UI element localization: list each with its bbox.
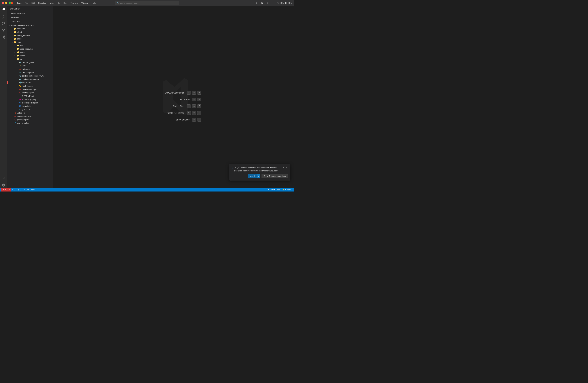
tree-item-node-modules-root[interactable]: 📁 node_modules bbox=[7, 34, 53, 37]
file-icon-docker-compose: 🐳 bbox=[19, 78, 21, 81]
tree-item-gitignore-root[interactable]: ◈ .gitignore bbox=[7, 111, 53, 115]
layout-icon-4[interactable]: ⋯ bbox=[271, 1, 275, 5]
tree-item-server[interactable]: 📂 server bbox=[7, 40, 53, 44]
open-editors-label: OPEN EDITORS bbox=[11, 12, 25, 14]
outline-label: OUTLINE bbox=[11, 16, 19, 18]
tree-item-tsconfig[interactable]: TS tsconfig.json bbox=[7, 104, 53, 108]
menu-help[interactable]: Help bbox=[90, 1, 98, 5]
minimize-button[interactable] bbox=[5, 2, 7, 4]
project-section: NEXTJS-AMAZON-CLONE 📁 admin-ui 📁 client bbox=[7, 23, 53, 125]
status-errors[interactable]: ✕ 0 ⚠ 0 bbox=[1, 188, 11, 192]
notification-gear-icon[interactable]: ⚙ bbox=[283, 166, 285, 169]
tree-item-src[interactable]: 📁 src bbox=[7, 57, 53, 60]
activity-extensions[interactable] bbox=[0, 34, 7, 40]
main-layout: EXPLORER ··· OPEN EDITORS OUTLINE bbox=[0, 6, 294, 188]
menu-go[interactable]: Go bbox=[56, 1, 62, 5]
tree-item-dockerignore[interactable]: 🐳 .dockerignore bbox=[7, 60, 53, 64]
activity-explorer[interactable] bbox=[0, 7, 7, 13]
tree-item-client[interactable]: 📁 client bbox=[7, 30, 53, 34]
notification-text: Do you want to install the recommended '… bbox=[234, 166, 281, 172]
label-package-server: package.json bbox=[22, 92, 34, 94]
chevron-node-modules-server bbox=[14, 48, 16, 50]
activity-debug[interactable] bbox=[0, 27, 7, 33]
layout-icon-2[interactable]: ▣ bbox=[260, 1, 264, 5]
label-src: src bbox=[20, 58, 22, 60]
open-editors-header[interactable]: OPEN EDITORS bbox=[7, 12, 53, 15]
tree-item-public[interactable]: 📁 public bbox=[7, 37, 53, 40]
label-env: .env bbox=[22, 65, 26, 67]
status-live-share[interactable]: ↗ Live Share bbox=[22, 188, 36, 192]
tree-item-package-lock-root[interactable]: ⚙ package-lock.json bbox=[7, 115, 53, 118]
sidebar-header: EXPLORER ··· bbox=[7, 6, 53, 11]
outline-header[interactable]: OUTLINE bbox=[7, 16, 53, 19]
file-icon-docker-compose-dev: 🐳 bbox=[19, 74, 21, 77]
tree-item-prettierignore[interactable]: ✦ .prettierignore bbox=[7, 71, 53, 74]
close-button[interactable] bbox=[2, 2, 4, 4]
menu-run[interactable]: Run bbox=[62, 1, 69, 5]
install-button[interactable]: Install bbox=[248, 174, 257, 178]
menu-file[interactable]: File bbox=[23, 1, 30, 5]
show-recommendations-button[interactable]: Show Recommendations bbox=[262, 174, 288, 178]
menu-view[interactable]: View bbox=[48, 1, 56, 5]
chevron-prisma bbox=[14, 51, 16, 53]
tree-item-docker-compose-dev[interactable]: 🐳 docker-compose.dev.yml bbox=[7, 74, 53, 78]
tree-item-schema-graphql[interactable]: ◉ schema.graphql bbox=[7, 98, 53, 101]
notification-info-icon: ℹ bbox=[232, 166, 232, 169]
error-count: 0 bbox=[5, 189, 6, 191]
tree-item-prisma[interactable]: 📁 prisma bbox=[7, 51, 53, 54]
label-package-lock-server: package-lock.json bbox=[22, 88, 38, 90]
time-display: Fri 6 Oct 4:54 PM bbox=[276, 2, 292, 4]
tree-item-scripts[interactable]: 📁 scripts bbox=[7, 54, 53, 57]
menu-edit[interactable]: Edit bbox=[30, 1, 36, 5]
tree-item-package-lock-server[interactable]: ⚙ package-lock.json bbox=[7, 88, 53, 91]
notification-close-button[interactable]: ✕ bbox=[286, 166, 288, 169]
branch-icon: ⑂ bbox=[12, 189, 13, 191]
status-ports[interactable]: ⊕ 0 bbox=[17, 188, 22, 192]
outline-section: OUTLINE bbox=[7, 15, 53, 19]
tree-item-admin-ui[interactable]: 📁 admin-ui bbox=[7, 27, 53, 30]
tree-item-dockerfile[interactable]: 🐳 Dockerfile bbox=[7, 81, 53, 84]
tree-item-tsconfig-build[interactable]: TS tsconfig.build.json bbox=[7, 101, 53, 104]
sidebar-more-button[interactable]: ··· bbox=[48, 7, 51, 10]
activity-account[interactable] bbox=[0, 175, 7, 181]
tree-item-gitignore-server[interactable]: ◈ .gitignore bbox=[7, 67, 53, 71]
titlebar: 🍎 Code File Edit Selection View Go Run T… bbox=[0, 0, 294, 6]
tree-item-readme[interactable]: ℹ README.md bbox=[7, 94, 53, 98]
activity-search[interactable] bbox=[0, 14, 7, 20]
activity-source-control[interactable] bbox=[0, 20, 7, 27]
folder-icon-client: 📁 bbox=[14, 31, 17, 33]
editor-area: Show All Commands ⇧ ⌘ P Go to File ⌘ P F… bbox=[53, 6, 294, 188]
project-header[interactable]: NEXTJS-AMAZON-CLONE bbox=[7, 23, 53, 27]
layout-icon-1[interactable]: ⊞ bbox=[254, 1, 259, 5]
timeline-header[interactable]: TIMELINE bbox=[7, 20, 53, 23]
menu-window[interactable]: Window bbox=[80, 1, 90, 5]
tree-item-yarn-lock[interactable]: ⬡ yarn.lock bbox=[7, 108, 53, 111]
install-dropdown-button[interactable]: ▾ bbox=[257, 174, 260, 178]
tree-item-package-root[interactable]: ⬡ package.json bbox=[7, 118, 53, 121]
tree-item-dist[interactable]: 📁 dist bbox=[7, 44, 53, 47]
live-share-icon: ↗ bbox=[24, 189, 25, 191]
status-watch-sass[interactable]: 👁 Watch Sass bbox=[266, 188, 281, 192]
file-icon-lock-server: ⚙ bbox=[19, 88, 21, 91]
file-icon-prettier: ✦ bbox=[19, 71, 21, 74]
file-icon-package-server: ⬡ bbox=[19, 91, 21, 94]
menu-terminal[interactable]: Terminal bbox=[69, 1, 80, 5]
tree-item-docker-compose[interactable]: 🐳 docker-compose.yml bbox=[7, 78, 53, 81]
file-icon-env: # bbox=[19, 64, 21, 67]
menu-code[interactable]: Code bbox=[15, 1, 23, 5]
status-branch[interactable]: ⑂ 0 bbox=[11, 188, 16, 192]
tree-item-nest-cli[interactable]: 🐈 nest-cli.json bbox=[7, 84, 53, 88]
tree-item-node-modules-server[interactable]: 📁 node_modules bbox=[7, 47, 53, 51]
label-package-root: package.json bbox=[17, 119, 29, 121]
tree-item-package-server[interactable]: ⬡ package.json bbox=[7, 91, 53, 94]
chevron-server bbox=[11, 41, 14, 43]
label-yarn-lock: yarn.lock bbox=[22, 108, 30, 111]
tree-item-env[interactable]: # .env bbox=[7, 64, 53, 67]
layout-icon-3[interactable]: ⊟ bbox=[266, 1, 270, 5]
search-bar[interactable]: 🔍 nextjs-amazon-clone bbox=[115, 1, 179, 5]
menu-selection[interactable]: Selection bbox=[37, 1, 48, 5]
status-go-live[interactable]: ⚡ Go Live bbox=[281, 188, 293, 192]
activity-settings[interactable] bbox=[0, 182, 7, 188]
menu-apple[interactable]: 🍎 bbox=[9, 1, 15, 5]
tree-item-yarn-error[interactable]: ↗ yarn-error.log bbox=[7, 121, 53, 125]
